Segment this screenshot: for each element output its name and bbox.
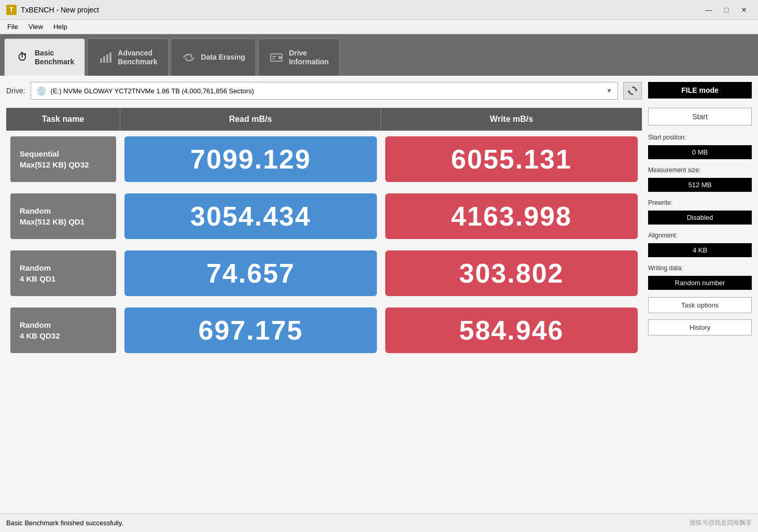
app-icon: T <box>6 5 17 15</box>
read-box-3: 697.175 <box>124 307 377 353</box>
alignment-value: 4 KB <box>648 243 752 257</box>
file-mode-button[interactable]: FILE mode <box>648 82 752 99</box>
maximize-button[interactable]: □ <box>719 4 734 16</box>
benchmark-table: Task name Read mB/s Write mB/s Sequentia… <box>6 108 642 359</box>
tab-erasing-label: Data Erasing <box>201 53 246 62</box>
svg-rect-1 <box>103 57 105 63</box>
writing-data-label: Writing data: <box>648 264 752 272</box>
status-message: Basic Benchmark finished successfully. <box>6 519 123 527</box>
tab-advanced-label: AdvancedBenchmark <box>118 49 157 66</box>
drive-information-icon <box>269 50 284 65</box>
tab-drive-label: DriveInformation <box>289 49 329 66</box>
drive-icon: 💿 <box>36 86 47 96</box>
task-name-box-1: RandomMax(512 KB) QD1 <box>10 193 116 239</box>
read-value-1: 3054.434 <box>190 201 311 232</box>
tab-drive-information[interactable]: DriveInformation <box>258 38 340 76</box>
svg-rect-7 <box>272 58 275 59</box>
header-write: Write mB/s <box>381 108 642 131</box>
prewrite-value: Disabled <box>648 211 752 225</box>
read-value-2: 74.657 <box>206 258 295 289</box>
write-box-3: 584.946 <box>385 307 638 353</box>
menu-bar: File View Help <box>0 20 758 34</box>
dropdown-arrow-icon: ▼ <box>606 87 612 94</box>
table-row: Random4 KB QD32 697.175 584.946 <box>6 302 642 359</box>
tab-basic-label: BasicBenchmark <box>35 49 74 66</box>
menu-help[interactable]: Help <box>48 22 73 32</box>
main-content: Drive: 💿 (E:) NVMe GLOWAY YCT2TNVMe 1.86… <box>0 76 758 513</box>
start-button[interactable]: Start <box>648 108 752 125</box>
tab-basic-benchmark[interactable]: ⏱ BasicBenchmark <box>4 38 85 76</box>
write-cell-2: 303.802 <box>381 245 642 302</box>
read-cell-3: 697.175 <box>120 302 381 359</box>
drive-label: Drive: <box>6 87 25 95</box>
refresh-button[interactable] <box>623 82 642 100</box>
minimize-button[interactable]: — <box>701 4 717 16</box>
read-box-0: 7099.129 <box>124 136 377 182</box>
svg-rect-0 <box>100 59 102 63</box>
prewrite-label: Prewrite: <box>648 199 752 206</box>
task-name-box-3: Random4 KB QD32 <box>10 307 116 353</box>
drive-select[interactable]: 💿 (E:) NVMe GLOWAY YCT2TNVMe 1.86 TB (4,… <box>31 82 618 100</box>
write-box-2: 303.802 <box>385 250 638 296</box>
write-cell-1: 4163.998 <box>381 188 642 245</box>
start-position-value: 0 MB <box>648 145 752 159</box>
basic-benchmark-icon: ⏱ <box>15 50 30 65</box>
svg-rect-3 <box>109 52 111 63</box>
table-row: RandomMax(512 KB) QD1 3054.434 4163.998 <box>6 188 642 245</box>
close-button[interactable]: ✕ <box>736 4 752 16</box>
drive-row: Drive: 💿 (E:) NVMe GLOWAY YCT2TNVMe 1.86… <box>6 82 642 104</box>
writing-data-value: Random number <box>648 276 752 290</box>
svg-point-5 <box>278 56 282 59</box>
task-name-box-2: Random4 KB QD1 <box>10 250 116 296</box>
header-task-name: Task name <box>6 108 120 131</box>
write-value-2: 303.802 <box>459 258 564 289</box>
drive-value: (E:) NVMe GLOWAY YCT2TNVMe 1.86 TB (4,00… <box>51 87 254 95</box>
write-value-3: 584.946 <box>459 315 564 346</box>
left-panel: Drive: 💿 (E:) NVMe GLOWAY YCT2TNVMe 1.86… <box>6 82 642 507</box>
measurement-size-label: Measurement size: <box>648 166 752 174</box>
right-panel: FILE mode Start Start position: 0 MB Mea… <box>648 82 752 507</box>
menu-view[interactable]: View <box>23 22 48 32</box>
task-cell-2: Random4 KB QD1 <box>6 245 120 302</box>
tab-advanced-benchmark[interactable]: AdvancedBenchmark <box>87 38 168 76</box>
measurement-size-value: 512 MB <box>648 178 752 192</box>
task-cell-3: Random4 KB QD32 <box>6 302 120 359</box>
alignment-label: Alignment: <box>648 232 752 239</box>
read-cell-2: 74.657 <box>120 245 381 302</box>
write-value-1: 4163.998 <box>451 201 572 232</box>
write-box-1: 4163.998 <box>385 193 638 239</box>
tab-data-erasing[interactable]: Data Erasing <box>171 38 257 76</box>
title-bar-left: T TxBENCH - New project <box>6 5 99 15</box>
table-row: Random4 KB QD1 74.657 303.802 <box>6 245 642 302</box>
read-cell-1: 3054.434 <box>120 188 381 245</box>
drive-select-inner: 💿 (E:) NVMe GLOWAY YCT2TNVMe 1.86 TB (4,… <box>36 86 607 96</box>
window-title: TxBENCH - New project <box>21 6 99 14</box>
svg-rect-2 <box>106 54 108 63</box>
window-controls: — □ ✕ <box>701 4 752 16</box>
menu-file[interactable]: File <box>2 22 23 32</box>
read-box-1: 3054.434 <box>124 193 377 239</box>
read-cell-0: 7099.129 <box>120 131 381 188</box>
svg-rect-6 <box>272 56 276 57</box>
watermark: 搜狐号@我是四海飘零 <box>690 519 752 527</box>
header-read: Read mB/s <box>120 108 381 131</box>
start-position-label: Start position: <box>648 134 752 141</box>
task-cell-1: RandomMax(512 KB) QD1 <box>6 188 120 245</box>
read-box-2: 74.657 <box>124 250 377 296</box>
title-bar: T TxBENCH - New project — □ ✕ <box>0 0 758 20</box>
read-value-0: 7099.129 <box>190 144 311 175</box>
task-options-button[interactable]: Task options <box>648 297 752 313</box>
svg-marker-9 <box>627 91 630 92</box>
task-cell-0: SequentialMax(512 KB) QD32 <box>6 131 120 188</box>
write-cell-0: 6055.131 <box>381 131 642 188</box>
tab-bar: ⏱ BasicBenchmark AdvancedBenchmark Data … <box>0 34 758 76</box>
write-value-0: 6055.131 <box>451 144 572 175</box>
status-bar: Basic Benchmark finished successfully. 搜… <box>0 513 758 532</box>
write-box-0: 6055.131 <box>385 136 638 182</box>
write-cell-3: 584.946 <box>381 302 642 359</box>
read-value-3: 697.175 <box>199 315 303 346</box>
svg-marker-8 <box>635 89 638 91</box>
history-button[interactable]: History <box>648 319 752 335</box>
table-row: SequentialMax(512 KB) QD32 7099.129 6055… <box>6 131 642 188</box>
task-name-box-0: SequentialMax(512 KB) QD32 <box>10 136 116 182</box>
